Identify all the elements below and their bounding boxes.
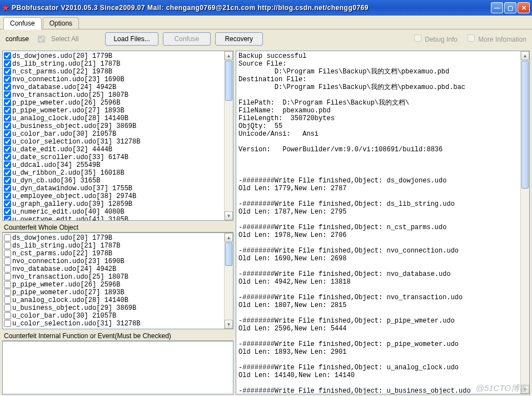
- more-info-checkbox[interactable]: [468, 34, 475, 42]
- item-checkbox[interactable]: [4, 68, 11, 75]
- item-checkbox[interactable]: [4, 83, 11, 91]
- list-item[interactable]: u_employee_object.udo[38] 2974B: [4, 192, 232, 200]
- tab-confuse[interactable]: Confuse: [3, 17, 42, 29]
- scroll-up-icon[interactable]: ▲: [225, 233, 233, 242]
- item-checkbox[interactable]: [4, 320, 11, 327]
- item-checkbox[interactable]: [4, 138, 11, 145]
- item-checkbox[interactable]: [4, 192, 11, 200]
- debug-info-checkbox[interactable]: [414, 34, 421, 42]
- select-all-checkbox[interactable]: [38, 36, 45, 43]
- item-checkbox[interactable]: [4, 312, 11, 319]
- item-checkbox[interactable]: [4, 161, 11, 169]
- list-item[interactable]: u_date_edit.udo[32] 4444B: [4, 146, 232, 154]
- list-item[interactable]: u_graph_gallery.udo[39] 12859B: [4, 200, 232, 208]
- item-checkbox[interactable]: [4, 234, 11, 241]
- list-item[interactable]: u_dyn_datawindow.udo[37] 1755B: [4, 185, 232, 192]
- item-checkbox[interactable]: [4, 265, 11, 273]
- list-item[interactable]: u_business_object.udo[29] 3869B: [4, 122, 232, 130]
- item-checkbox[interactable]: [4, 208, 11, 215]
- file-list-panel: ds_dowjones.udo[20] 1779Bds_lib_string.u…: [2, 51, 233, 221]
- item-checkbox[interactable]: [4, 289, 11, 296]
- item-checkbox[interactable]: [4, 154, 11, 161]
- list-item[interactable]: u_numeric_edit.udo[40] 4080B: [4, 208, 232, 216]
- item-checkbox[interactable]: [4, 250, 11, 257]
- scroll-down-icon[interactable]: ▼: [225, 211, 233, 220]
- list-item[interactable]: nvo_connection.udo[23] 1690B: [4, 258, 232, 265]
- item-checkbox[interactable]: [4, 107, 11, 114]
- list-item[interactable]: n_cst_parms.udo[22] 1978B: [4, 250, 232, 258]
- list-item[interactable]: n_cst_parms.udo[22] 1978B: [4, 68, 232, 76]
- close-button[interactable]: ✕: [518, 2, 530, 13]
- list-item[interactable]: ds_lib_string.udo[21] 1787B: [4, 60, 232, 68]
- list-item[interactable]: ds_dowjones.udo[20] 1779B: [4, 52, 232, 60]
- whole-object-label: Counterfeit Whole Object: [2, 223, 233, 232]
- scrollbar[interactable]: ▲ ▼: [520, 51, 529, 394]
- more-info-label: More Infomation: [478, 36, 526, 43]
- item-checkbox[interactable]: [4, 216, 11, 220]
- list-item[interactable]: u_dw_ribbon_2.udo[35] 16018B: [4, 169, 232, 177]
- list-item[interactable]: u_analog_clock.udo[28] 14140B: [4, 115, 232, 122]
- list-item[interactable]: ds_dowjones.udo[20] 1779B: [4, 234, 232, 242]
- internal-function-label: Counterfeit Internal Function or Event(M…: [2, 331, 233, 341]
- item-checkbox[interactable]: [4, 242, 11, 249]
- app-icon: ★: [2, 3, 9, 12]
- item-checkbox[interactable]: [4, 60, 11, 67]
- item-checkbox[interactable]: [4, 185, 11, 192]
- item-checkbox[interactable]: [4, 52, 11, 60]
- list-item[interactable]: u_overtype_edit.udo[41] 3105B: [4, 216, 232, 220]
- item-checkbox[interactable]: [4, 99, 11, 106]
- confuse-button[interactable]: Confuse: [163, 32, 211, 46]
- list-item[interactable]: u_analog_clock.udo[28] 14140B: [4, 296, 232, 304]
- list-item[interactable]: u_dyn_cb.udo[36] 3165B: [4, 177, 232, 185]
- item-checkbox[interactable]: [4, 177, 11, 184]
- list-item[interactable]: p_pipe_wometer.udo[27] 1893B: [4, 289, 232, 296]
- list-item[interactable]: nvo_transaction.udo[25] 1807B: [4, 273, 232, 281]
- list-item[interactable]: u_date_scroller.udo[33] 6174B: [4, 154, 232, 161]
- list-item[interactable]: u_color_selection.udo[31] 31278B: [4, 320, 232, 328]
- debug-info-label: Debug Info: [425, 36, 458, 43]
- list-item[interactable]: u_color_selection.udo[31] 31278B: [4, 138, 232, 146]
- scroll-up-icon[interactable]: ▲: [521, 51, 529, 60]
- item-checkbox[interactable]: [4, 281, 11, 288]
- item-checkbox[interactable]: [4, 273, 11, 280]
- list-item[interactable]: nvo_database.udo[24] 4942B: [4, 83, 232, 91]
- scroll-down-icon[interactable]: ▼: [225, 320, 233, 329]
- titlebar: ★ PBobfuscator V2010.05.3 Since2009.07 M…: [0, 0, 532, 16]
- item-checkbox[interactable]: [4, 130, 11, 137]
- list-item[interactable]: u_ddcal.udo[34] 25549B: [4, 161, 232, 169]
- list-item[interactable]: nvo_transaction.udo[25] 1807B: [4, 91, 232, 99]
- maximize-button[interactable]: ▢: [504, 2, 516, 13]
- item-checkbox[interactable]: [4, 304, 11, 311]
- list-item[interactable]: ds_lib_string.udo[21] 1787B: [4, 242, 232, 250]
- list-item[interactable]: p_pipe_wometer.udo[27] 1893B: [4, 107, 232, 115]
- scroll-thumb[interactable]: [521, 61, 529, 189]
- item-checkbox[interactable]: [4, 258, 11, 265]
- load-files-button[interactable]: Load Files...: [105, 32, 158, 46]
- list-item[interactable]: p_pipe_wmeter.udo[26] 2596B: [4, 281, 232, 289]
- window-title: PBobfuscator V2010.05.3 Since2009.07 Mai…: [12, 4, 369, 12]
- list-item[interactable]: p_pipe_wmeter.udo[26] 2596B: [4, 99, 232, 107]
- item-checkbox[interactable]: [4, 122, 11, 130]
- recovery-button[interactable]: Recovery: [215, 32, 263, 46]
- item-checkbox[interactable]: [4, 169, 11, 176]
- list-item[interactable]: u_color_bar.udo[30] 21057B: [4, 312, 232, 320]
- scroll-up-icon[interactable]: ▲: [225, 51, 233, 60]
- scroll-thumb[interactable]: [225, 242, 232, 266]
- item-checkbox[interactable]: [4, 200, 11, 207]
- watermark: @51CTO博客: [476, 383, 528, 394]
- item-checkbox[interactable]: [4, 146, 11, 153]
- list-item[interactable]: nvo_database.udo[24] 4942B: [4, 265, 232, 273]
- item-checkbox[interactable]: [4, 115, 11, 122]
- item-checkbox[interactable]: [4, 76, 11, 83]
- list-item[interactable]: u_business_object.udo[29] 3869B: [4, 304, 232, 312]
- item-checkbox[interactable]: [4, 296, 11, 304]
- scrollbar[interactable]: ▲ ▼: [224, 51, 233, 220]
- item-checkbox[interactable]: [4, 91, 11, 98]
- tab-options[interactable]: Options: [43, 17, 79, 29]
- list-item[interactable]: nvo_connection.udo[23] 1690B: [4, 76, 232, 83]
- scrollbar[interactable]: ▲ ▼: [224, 233, 233, 329]
- internal-function-panel: [2, 341, 233, 394]
- list-item[interactable]: u_color_bar.udo[30] 21057B: [4, 130, 232, 138]
- scroll-thumb[interactable]: [225, 61, 232, 101]
- minimize-button[interactable]: —: [491, 2, 503, 13]
